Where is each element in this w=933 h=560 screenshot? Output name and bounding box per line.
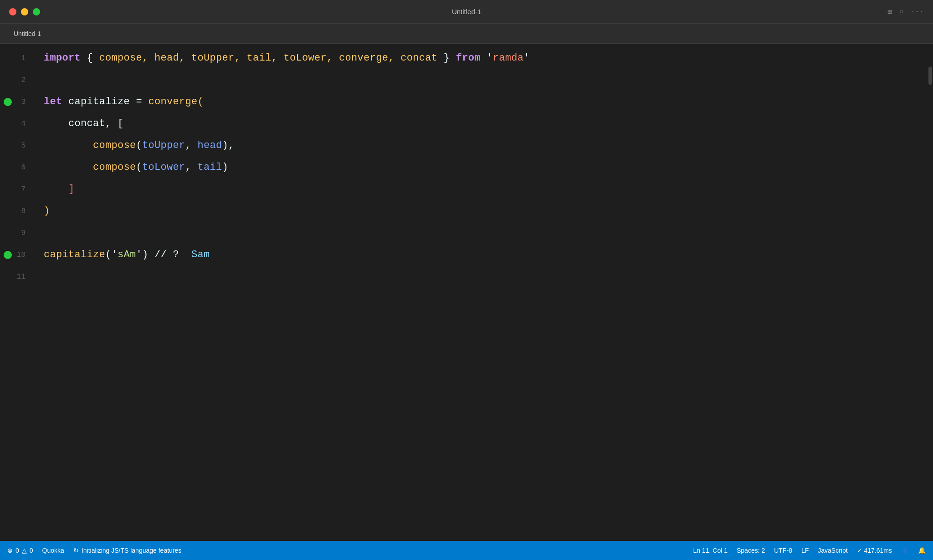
maximize-button[interactable] (33, 8, 40, 15)
code-line-11: 11 (0, 266, 933, 288)
code-line-2: 2 (0, 69, 933, 91)
line-number-11: 11 (0, 266, 36, 288)
code-line-7: 7 ] (0, 178, 933, 200)
line-content-7: ] (36, 178, 933, 200)
quokka-label: Quokka (42, 547, 64, 554)
line-number-1: 1 (0, 47, 36, 69)
language-mode[interactable]: JavaScript (818, 547, 847, 554)
warning-icon: △ (22, 547, 27, 554)
quokka-status[interactable]: Quokka (42, 547, 64, 554)
indentation[interactable]: Spaces: 2 (737, 547, 765, 554)
line-number-2: 2 (0, 69, 36, 91)
status-bar: ⊗ 0 △ 0 Quokka ↻ Initializing JS/TS lang… (0, 541, 933, 560)
line-number-9: 9 (0, 222, 36, 244)
sync-icon: ↻ (73, 547, 79, 554)
line-content-9 (36, 222, 933, 244)
line-number-6: 6 (0, 157, 36, 178)
feedback-icon[interactable]: 👤 (901, 547, 909, 554)
minimize-button[interactable] (21, 8, 28, 15)
circle-icon[interactable]: ○ (899, 8, 904, 16)
code-line-9: 9 (0, 222, 933, 244)
active-tab[interactable]: Untitled-1 (7, 27, 47, 40)
warning-count: 0 (30, 547, 33, 554)
quokka-time[interactable]: ✓ 417.61ms (857, 547, 892, 554)
line-number-3: 3 (0, 91, 36, 113)
code-line-3: 3let capitalize = converge( (0, 91, 933, 113)
line-content-1: import { compose, head, toUpper, tail, t… (36, 47, 933, 69)
status-right: Ln 11, Col 1 Spaces: 2 UTF-8 LF JavaScri… (693, 547, 926, 554)
notifications-icon[interactable]: 🔔 (918, 547, 926, 554)
more-actions-icon[interactable]: ··· (911, 8, 924, 16)
line-content-11 (36, 266, 933, 288)
code-line-5: 5 compose(toUpper, head), (0, 135, 933, 157)
line-number-7: 7 (0, 178, 36, 200)
line-content-8: ) (36, 200, 933, 222)
code-line-4: 4 concat, [ (0, 113, 933, 135)
code-line-6: 6 compose(toLower, tail) (0, 157, 933, 178)
code-line-8: 8) (0, 200, 933, 222)
bell-icon: 🔔 (918, 547, 926, 554)
error-icon: ⊗ (7, 547, 13, 554)
status-left: ⊗ 0 △ 0 Quokka ↻ Initializing JS/TS lang… (7, 547, 181, 554)
errors-warnings[interactable]: ⊗ 0 △ 0 (7, 547, 33, 554)
error-count: 0 (15, 547, 19, 554)
file-encoding[interactable]: UTF-8 (774, 547, 792, 554)
line-number-10: 10 (0, 244, 36, 266)
code-line-1: 1import { compose, head, toUpper, tail, … (0, 47, 933, 69)
line-number-5: 5 (0, 135, 36, 157)
line-number-4: 4 (0, 113, 36, 135)
code-line-10: 10capitalize('sAm') // ? Sam (0, 244, 933, 266)
person-icon: 👤 (901, 547, 909, 554)
split-editor-icon[interactable]: ⊞ (887, 7, 892, 16)
line-content-2 (36, 69, 933, 91)
tab-bar: Untitled-1 (0, 24, 933, 44)
window-title: Untitled-1 (452, 8, 481, 15)
line-content-6: compose(toLower, tail) (36, 157, 933, 178)
line-content-5: compose(toUpper, head), (36, 135, 933, 157)
close-button[interactable] (9, 8, 16, 15)
line-content-10: capitalize('sAm') // ? Sam (36, 244, 933, 266)
breakpoint-3[interactable] (4, 98, 12, 106)
line-ending[interactable]: LF (801, 547, 809, 554)
line-number-8: 8 (0, 200, 36, 222)
line-content-3: let capitalize = converge( (36, 91, 933, 113)
language-features-status[interactable]: ↻ Initializing JS/TS language features (73, 547, 181, 554)
editor-area[interactable]: 1import { compose, head, toUpper, tail, … (0, 44, 933, 541)
title-bar-actions: ⊞ ○ ··· (887, 7, 924, 16)
breakpoint-10[interactable] (4, 251, 12, 259)
language-features-label: Initializing JS/TS language features (82, 547, 181, 554)
title-bar: Untitled-1 ⊞ ○ ··· (0, 0, 933, 24)
line-content-4: concat, [ (36, 113, 933, 135)
traffic-lights (9, 8, 40, 15)
cursor-position[interactable]: Ln 11, Col 1 (693, 547, 728, 554)
